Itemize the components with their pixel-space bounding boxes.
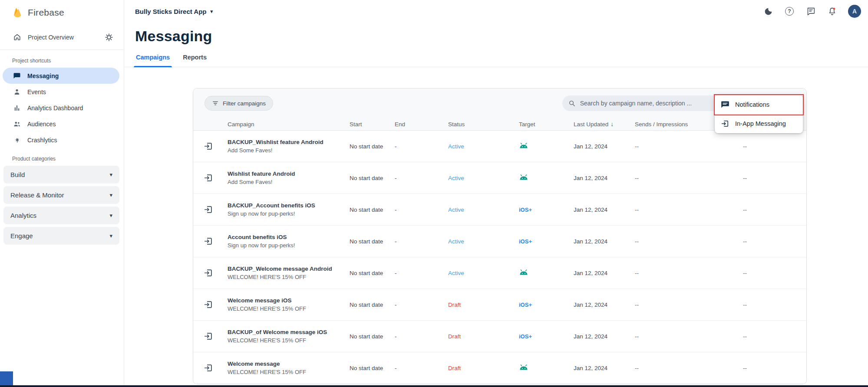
col-end: End [395,121,448,128]
extra-cell: -- [743,143,806,150]
col-last-updated[interactable]: Last Updated↓ [574,121,635,128]
sidebar-section-engage[interactable]: Engage ▾ [3,227,119,245]
project-selector[interactable]: Bully Sticks Direct App ▾ [135,8,213,15]
firebase-logo[interactable]: Firebase [0,0,124,25]
sidebar-section-analytics[interactable]: Analytics ▾ [3,207,119,224]
filter-campaigns-button[interactable]: Filter campaigns [205,96,273,111]
messaging-icon [13,72,21,80]
category-label: Engage [10,232,33,239]
sidebar-item-audiences[interactable]: Audiences [0,116,119,132]
project-selector-label: Bully Sticks Direct App [135,8,207,15]
end-cell: - [395,302,448,308]
end-cell: - [395,207,448,213]
campaign-name: Welcome message [228,361,346,367]
chat-fab-partial[interactable] [0,371,13,387]
status-badge: Draft [448,333,519,340]
topbar-icons: ? A [763,5,861,18]
sidebar-section-release-monitor[interactable]: Release & Monitor ▾ [3,186,119,204]
sidebar-item-label: Events [27,89,46,95]
sidebar-item-analytics-dashboard[interactable]: Analytics Dashboard [0,100,119,116]
start-cell: No start date [350,333,395,340]
feedback-button[interactable] [805,6,816,16]
target-cell: iOS+ [519,333,574,340]
last-updated-cell: Jan 12, 2024 [574,238,635,245]
category-label: Release & Monitor [10,191,64,199]
project-overview-link[interactable]: Project Overview [13,33,74,41]
campaign-cell: Account benefits iOS Sign up now for pup… [224,234,350,249]
sends-impressions-cell: -- [635,175,743,181]
sidebar-item-messaging[interactable]: Messaging [3,68,119,84]
sidebar-section-build[interactable]: Build ▾ [3,166,119,184]
menu-item-notifications[interactable]: Notifications [715,95,803,114]
dark-mode-toggle[interactable] [763,6,773,16]
campaign-cell: BACKUP_Account benefits iOS Sign up now … [224,202,350,217]
sidebar-item-label: Analytics Dashboard [27,105,83,112]
tab-bar: Campaigns Reports [125,51,868,67]
feedback-icon [806,7,815,16]
crashlytics-icon [13,136,21,144]
start-cell: No start date [350,365,395,371]
campaign-description: WELCOME! HERE'S 15% OFF [228,305,346,312]
chevron-down-icon: ▾ [109,212,112,219]
last-updated-cell: Jan 12, 2024 [574,302,635,308]
account-avatar[interactable]: A [848,5,861,18]
start-cell: No start date [350,207,395,213]
campaign-cell: BACKUP_of Welcome message iOS WELCOME! H… [224,329,350,344]
menu-item-label: Notifications [735,101,769,108]
filter-icon [212,100,219,107]
campaign-description: Sign up now for pup-perks! [228,210,346,217]
campaign-type-cell [193,363,224,373]
search-icon [568,100,576,107]
table-row[interactable]: Wishlist feature Android Add Some Faves!… [193,162,806,194]
tab-campaigns[interactable]: Campaigns [136,51,170,67]
campaign-description: Add Some Faves! [228,147,346,154]
table-row[interactable]: BACKUP_of Welcome message iOS WELCOME! H… [193,321,806,352]
filter-label: Filter campaigns [223,100,266,107]
start-cell: No start date [350,238,395,245]
table-row[interactable]: Welcome message WELCOME! HERE'S 15% OFF … [193,352,806,384]
table-body: BACKUP_Wishlist feature Android Add Some… [193,131,806,384]
start-cell: No start date [350,175,395,181]
caret-down-icon: ▾ [211,9,213,14]
settings-gear-icon[interactable] [105,33,113,42]
campaign-cell: Welcome message WELCOME! HERE'S 15% OFF [224,361,350,375]
campaign-name: Account benefits iOS [228,234,346,240]
page-title: Messaging [135,28,868,45]
new-campaign-type-menu: Notifications In-App Messaging [715,95,803,133]
sidebar-item-crashlytics[interactable]: Crashlytics [0,132,119,148]
table-row[interactable]: BACKUP_Account benefits iOS Sign up now … [193,194,806,226]
campaign-type-cell [193,236,224,246]
target-cell [519,174,574,182]
main-content: Bully Sticks Direct App ▾ ? A Messaging … [125,0,868,387]
table-row[interactable]: Account benefits iOS Sign up now for pup… [193,226,806,257]
sidebar-item-events[interactable]: Events [0,84,119,100]
in-app-campaign-icon [204,300,213,309]
menu-item-in-app-messaging[interactable]: In-App Messaging [715,114,803,133]
campaign-name: BACKUP_Wishlist feature Android [228,139,346,145]
in-app-campaign-icon [204,363,213,373]
in-app-campaign-icon [204,141,213,151]
search-input[interactable] [580,100,720,107]
campaign-description: WELCOME! HERE'S 15% OFF [228,337,346,344]
help-button[interactable]: ? [784,6,795,16]
notifications-bell-button[interactable] [827,6,837,16]
start-cell: No start date [350,143,395,150]
table-row[interactable]: Welcome message iOS WELCOME! HERE'S 15% … [193,289,806,321]
menu-item-label: In-App Messaging [735,120,786,127]
last-updated-cell: Jan 12, 2024 [574,270,635,276]
table-row[interactable]: BACKUP_Welcome message Android WELCOME! … [193,257,806,289]
campaign-name: Welcome message iOS [228,297,346,304]
in-app-campaign-icon [204,236,213,246]
sends-impressions-cell: -- [635,365,743,371]
tab-reports[interactable]: Reports [183,51,207,67]
campaign-search [562,95,726,111]
sends-impressions-cell: -- [635,207,743,213]
last-updated-cell: Jan 12, 2024 [574,207,635,213]
chevron-down-icon: ▾ [109,192,112,198]
campaign-description: Sign up now for pup-perks! [228,242,346,249]
chevron-down-icon: ▾ [109,233,112,239]
col-campaign: Campaign [224,121,350,128]
ios-icon: iOS+ [519,238,532,245]
end-cell: - [395,175,448,181]
table-row[interactable]: BACKUP_Wishlist feature Android Add Some… [193,131,806,162]
